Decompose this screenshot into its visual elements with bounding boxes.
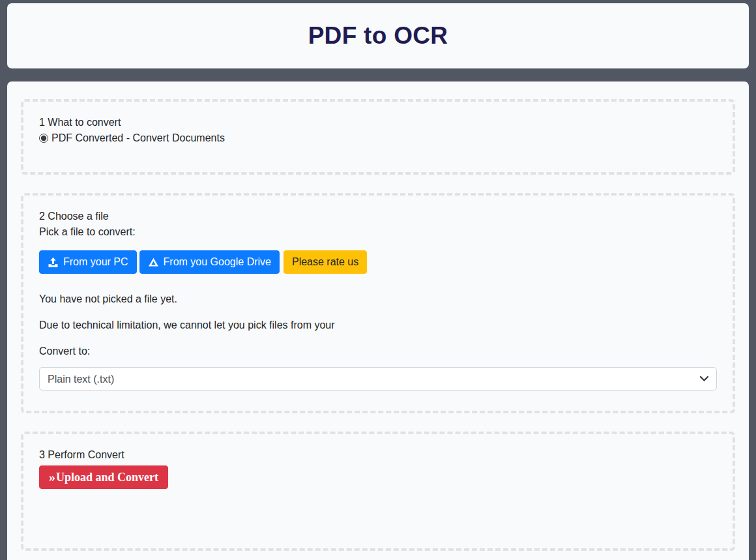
page: PDF to OCR 1 What to convert PDF Convert… <box>0 0 756 560</box>
output-format-select[interactable]: Plain text (.txt) <box>39 367 717 391</box>
section-heading: 2 Choose a file <box>39 209 717 224</box>
double-chevron-right-icon: » <box>49 471 55 484</box>
google-drive-icon <box>148 257 159 268</box>
output-format-select-wrap: Plain text (.txt) <box>39 367 717 391</box>
section-heading: 3 Perform Convert <box>39 447 717 463</box>
from-pc-button[interactable]: From your PC <box>39 250 137 274</box>
section-what-to-convert: 1 What to convert PDF Converted - Conver… <box>21 99 735 175</box>
no-file-status: You have not picked a file yet. <box>39 291 717 307</box>
pick-file-label: Pick a file to convert: <box>39 224 717 240</box>
from-google-drive-button-label: From you Google Drive <box>164 256 271 268</box>
limitation-note: Due to technical limitation, we cannot l… <box>39 317 717 333</box>
section-choose-file: 2 Choose a file Pick a file to convert: … <box>21 193 735 413</box>
section-heading: 1 What to convert <box>39 115 717 130</box>
page-title: PDF to OCR <box>308 22 448 50</box>
upload-and-convert-button-label: Upload and Convert <box>56 471 158 484</box>
rate-us-button-label: Please rate us <box>292 256 358 268</box>
rate-us-button[interactable]: Please rate us <box>284 250 367 274</box>
converter-card: 1 What to convert PDF Converted - Conver… <box>7 81 749 560</box>
header-card: PDF to OCR <box>7 3 749 68</box>
upload-icon <box>48 257 59 268</box>
converter-radio-label: PDF Converted - Convert Documents <box>51 130 225 146</box>
from-pc-button-label: From your PC <box>63 256 128 268</box>
converter-radio[interactable] <box>39 134 48 143</box>
file-source-buttons: From your PC From you Google Drive Pleas… <box>39 250 717 274</box>
converter-radio-row[interactable]: PDF Converted - Convert Documents <box>39 130 717 146</box>
section-perform-convert: 3 Perform Convert » Upload and Convert <box>21 432 735 551</box>
convert-to-label: Convert to: <box>39 344 717 359</box>
from-google-drive-button[interactable]: From you Google Drive <box>139 250 280 274</box>
upload-and-convert-button[interactable]: » Upload and Convert <box>39 465 168 489</box>
